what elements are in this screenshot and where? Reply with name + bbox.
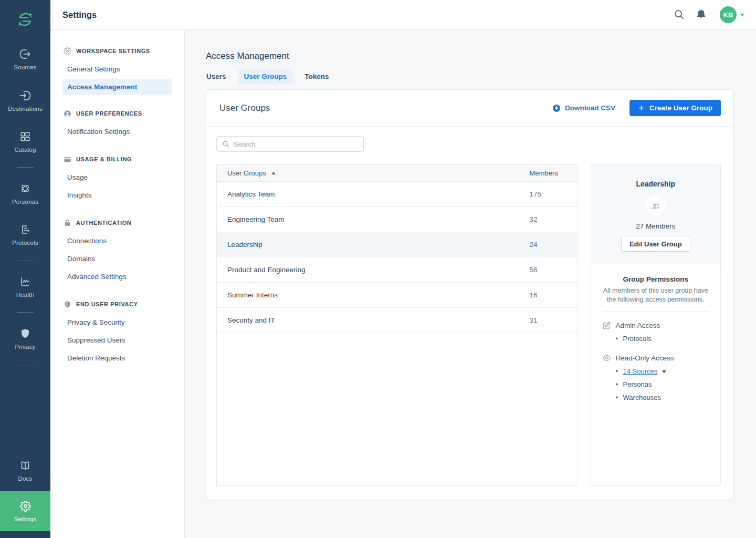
sidebar-item-personas[interactable]: Personas — [0, 183, 50, 205]
sidebar-item-label: Sources — [14, 64, 37, 70]
access-level-label: Admin Access — [616, 322, 660, 329]
download-csv-button[interactable]: Download CSV — [552, 104, 615, 112]
nav-item-privacy-security[interactable]: Privacy & Security — [62, 313, 172, 331]
search-input[interactable] — [234, 140, 358, 148]
segment-logo[interactable] — [17, 12, 33, 27]
members-cell: 175 — [530, 190, 566, 198]
nav-item-domains[interactable]: Domains — [62, 250, 172, 267]
sidebar-item-destinations[interactable]: Destinations — [0, 90, 50, 112]
sidebar-item-docs[interactable]: Docs — [0, 460, 50, 482]
permission-item: Warehouses — [603, 394, 709, 401]
column-header-members[interactable]: Members — [530, 169, 566, 177]
sidebar-item-label: Protocols — [12, 240, 38, 246]
permission-item: Protocols — [603, 335, 709, 343]
table-row[interactable]: Analytics Team 175 — [217, 182, 577, 207]
sidebar-item-label: Catalog — [14, 147, 36, 153]
nav-item-suppressed-users[interactable]: Suppressed Users — [62, 331, 172, 349]
catalog-icon — [19, 131, 31, 142]
bell-icon[interactable] — [696, 9, 707, 20]
nav-item-connections[interactable]: Connections — [62, 232, 172, 250]
app-root: Sources Destinations Catalog Personas Pr… — [0, 0, 756, 538]
read-only-access-group: Read-Only Access 14 Sources Personas War… — [603, 354, 709, 401]
sidebar-item-label: Settings — [14, 516, 36, 522]
table-row[interactable]: Summer Interns 16 — [217, 283, 577, 308]
avatar[interactable]: KB — [720, 6, 737, 23]
chevron-down-icon[interactable] — [740, 14, 744, 16]
column-header-user-groups[interactable]: User Groups — [227, 169, 530, 177]
sources-count-link[interactable]: 14 Sources — [623, 367, 658, 375]
column-label: Members — [530, 169, 558, 177]
create-user-group-button[interactable]: Create User Group — [629, 100, 721, 116]
admin-access-header: Admin Access — [603, 322, 709, 329]
permission-item: 14 Sources — [603, 367, 709, 375]
nav-section-header: WORKSPACE SETTINGS — [62, 46, 172, 56]
tab-users[interactable]: Users — [200, 69, 233, 84]
table-header: User Groups Members — [217, 164, 577, 182]
privacy-shield-icon — [19, 328, 31, 339]
plus-icon — [638, 105, 645, 111]
sidebar-item-privacy[interactable]: Privacy — [0, 328, 50, 350]
sidebar-item-health[interactable]: Health — [0, 276, 50, 298]
nav-section-title: AUTHENTICATION — [76, 220, 131, 226]
group-name: Leadership — [596, 180, 715, 188]
group-permissions: Group Permissions All members of this us… — [591, 264, 720, 412]
group-name-cell: Product and Engineering — [227, 266, 530, 274]
table-row[interactable]: Engineering Team 32 — [217, 207, 577, 232]
health-icon — [19, 276, 31, 287]
nav-item-notification-settings[interactable]: Notification Settings — [62, 122, 172, 140]
search-icon[interactable] — [674, 9, 685, 20]
sidebar-item-label: Personas — [12, 199, 38, 205]
read-only-access-list: 14 Sources Personas Warehouses — [603, 367, 709, 401]
table-row-selected[interactable]: Leadership 24 — [217, 232, 577, 257]
table-row[interactable]: Security and IT 31 — [217, 308, 577, 333]
nav-item-insights[interactable]: Insights — [62, 186, 172, 204]
app-shell: Settings KB WORKSPACE SETTINGS General S… — [50, 0, 756, 538]
nav-item-general-settings[interactable]: General Settings — [62, 60, 172, 78]
nav-section-workspace-settings: WORKSPACE SETTINGS General Settings Acce… — [62, 46, 172, 95]
section-title: Access Management — [206, 51, 734, 61]
edit-square-icon — [603, 322, 611, 329]
gear-icon — [20, 501, 31, 512]
nav-item-advanced-settings[interactable]: Advanced Settings — [62, 267, 172, 285]
nav-section-authentication: AUTHENTICATION Connections Domains Advan… — [62, 218, 172, 285]
nav-item-access-management[interactable]: Access Management — [62, 79, 172, 95]
column-label: User Groups — [227, 169, 266, 177]
admin-access-group: Admin Access Protocols — [603, 322, 709, 343]
members-cell: 32 — [530, 215, 566, 223]
sidebar-item-catalog[interactable]: Catalog — [0, 131, 50, 153]
nav-section-title: END USER PRIVACY — [76, 301, 138, 307]
card-title: User Groups — [219, 103, 270, 113]
lock-icon — [64, 219, 71, 227]
tab-tokens[interactable]: Tokens — [298, 69, 335, 84]
divider — [603, 311, 709, 312]
download-csv-label: Download CSV — [565, 104, 615, 112]
nav-item-deletion-requests[interactable]: Deletion Requests — [62, 349, 172, 367]
nav-section-user-preferences: USER PREFERENCES Notification Settings — [62, 108, 172, 140]
panes: User Groups Members Analytics Team — [216, 164, 721, 486]
nav-section-header: END USER PRIVACY — [62, 299, 172, 309]
edit-user-group-button[interactable]: Edit User Group — [621, 236, 690, 252]
sources-icon — [19, 48, 31, 60]
sidebar-item-protocols[interactable]: Protocols — [0, 224, 50, 246]
nav-item-usage[interactable]: Usage — [62, 168, 172, 186]
body: WORKSPACE SETTINGS General Settings Acce… — [50, 30, 756, 538]
tab-user-groups[interactable]: User Groups — [238, 69, 293, 84]
chevron-down-icon — [662, 370, 666, 373]
topbar: Settings KB — [50, 0, 756, 30]
nav-section-header: USAGE & BILLING — [62, 154, 172, 164]
settings-nav: WORKSPACE SETTINGS General Settings Acce… — [50, 30, 185, 538]
app-sidebar: Sources Destinations Catalog Personas Pr… — [0, 0, 50, 538]
member-count: 27 Members — [596, 222, 715, 230]
nav-section-title: USAGE & BILLING — [76, 156, 132, 162]
sidebar-item-sources[interactable]: Sources — [0, 48, 50, 70]
sort-ascending-icon — [271, 172, 276, 174]
page-title: Settings — [62, 10, 97, 20]
docs-book-icon — [19, 460, 31, 471]
table-row[interactable]: Product and Engineering 56 — [217, 257, 577, 283]
group-name-cell: Engineering Team — [227, 215, 530, 223]
card-actions: Download CSV Create User Group — [552, 100, 721, 116]
sidebar-item-settings[interactable]: Settings — [0, 491, 50, 531]
topbar-actions: KB — [663, 6, 744, 23]
nav-section-usage-billing: USAGE & BILLING Usage Insights — [62, 154, 172, 204]
nav-section-title: USER PREFERENCES — [76, 110, 142, 117]
